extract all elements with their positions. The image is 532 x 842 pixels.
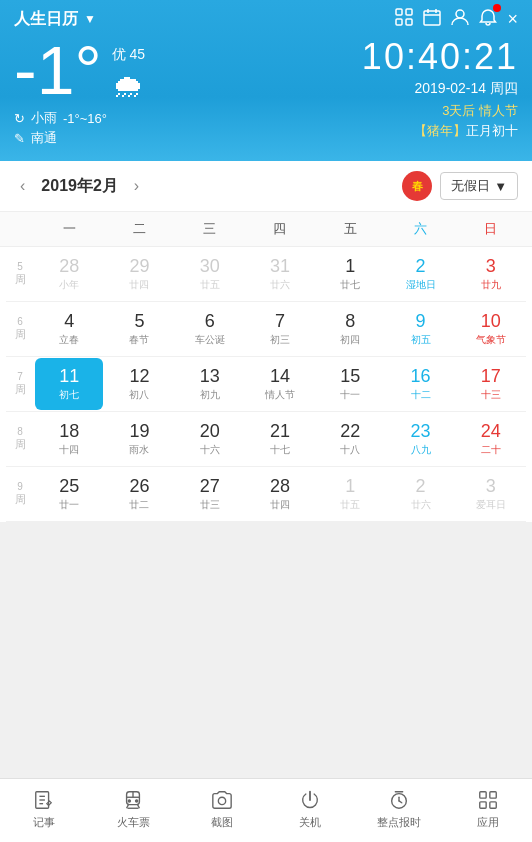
svg-rect-24	[479, 792, 485, 798]
cal-nav-right: 春 无假日 ▼	[402, 171, 518, 201]
cal-day[interactable]: 24二十	[457, 413, 525, 465]
svg-rect-1	[406, 9, 412, 15]
cal-day[interactable]: 20十六	[176, 413, 244, 465]
cal-day[interactable]: 3爱耳日	[457, 468, 525, 520]
camera-icon	[211, 789, 233, 811]
holiday-dropdown-icon: ▼	[494, 179, 507, 194]
weekday-thu: 四	[245, 216, 315, 242]
cal-day[interactable]: 18十四	[35, 413, 103, 465]
cal-day-today[interactable]: 11初七	[35, 358, 103, 410]
toolbar-item-screenshot[interactable]: 截图	[177, 789, 266, 830]
weekday-sat: 六	[385, 216, 455, 242]
notification-icon[interactable]	[479, 8, 497, 30]
app-title: 人生日历	[14, 9, 78, 30]
cal-day[interactable]: 7初三	[246, 303, 314, 355]
clock-icon	[388, 789, 410, 811]
cal-day[interactable]: 14情人节	[246, 358, 314, 410]
festival-seal-icon: 春	[402, 171, 432, 201]
top-bar: 人生日历 ▼	[14, 8, 518, 30]
grid-icon[interactable]	[395, 8, 413, 30]
weekday-tue: 二	[104, 216, 174, 242]
cal-day[interactable]: 4立春	[35, 303, 103, 355]
cal-day[interactable]: 12初八	[105, 358, 173, 410]
prev-month-button[interactable]: ‹	[14, 175, 31, 197]
svg-rect-4	[424, 11, 440, 25]
cal-day[interactable]: 19雨水	[105, 413, 173, 465]
cal-day[interactable]: 2廿六	[386, 468, 454, 520]
cal-day[interactable]: 23八九	[386, 413, 454, 465]
toolbar-item-apps[interactable]: 应用	[443, 789, 532, 830]
cal-day[interactable]: 2湿地日	[386, 248, 454, 300]
weather-info-row: ↻ 小雨 -1°~16°	[14, 109, 145, 127]
calendar-icon[interactable]	[423, 8, 441, 30]
toolbar-item-shutdown[interactable]: 关机	[266, 789, 355, 830]
week-num-5: 5 周	[6, 247, 34, 301]
cal-day[interactable]: 28廿四	[246, 468, 314, 520]
cal-day[interactable]: 5春节	[105, 303, 173, 355]
next-month-button[interactable]: ›	[128, 175, 145, 197]
location-name: 南通	[31, 129, 57, 147]
lunar-year-bracket: 【猪年】	[414, 123, 466, 138]
time-area: 10:40:21 2019-02-14 周四 3天后 情人节 【猪年】正月初十	[362, 36, 518, 140]
week-num-8: 8 周	[6, 412, 34, 466]
date-display: 2019-02-14 周四	[362, 80, 518, 98]
weekday-fri: 五	[315, 216, 385, 242]
location-icon: ✎	[14, 131, 25, 146]
week-row-9: 9 周 25廿一 26廿二 27廿三 28廿四 1廿五 2廿六 3爱耳日	[6, 467, 526, 522]
svg-point-19	[218, 797, 225, 804]
weekday-wed: 三	[175, 216, 245, 242]
cal-day[interactable]: 6车公诞	[176, 303, 244, 355]
cal-day[interactable]: 27廿三	[176, 468, 244, 520]
dropdown-arrow-icon[interactable]: ▼	[84, 12, 96, 26]
month-year-label: 2019年2月	[41, 176, 118, 197]
week-num-6: 6 周	[6, 302, 34, 356]
close-icon[interactable]: ×	[507, 9, 518, 30]
cal-day[interactable]: 21十七	[246, 413, 314, 465]
chime-label: 整点报时	[377, 815, 421, 830]
cal-day[interactable]: 1廿五	[316, 468, 384, 520]
toolbar-item-train[interactable]: 火车票	[89, 789, 178, 830]
weekday-header: 一 二 三 四 五 六 日	[0, 212, 532, 247]
lunar-date: 正月初十	[466, 123, 518, 138]
cal-day[interactable]: 31廿六	[246, 248, 314, 300]
cloud-rain-icon: 🌧	[112, 68, 144, 104]
screenshot-label: 截图	[211, 815, 233, 830]
cal-day[interactable]: 9初五	[386, 303, 454, 355]
cal-day[interactable]: 1廿七	[316, 248, 384, 300]
location-row: ✎ 南通	[14, 129, 145, 147]
svg-point-16	[128, 800, 130, 802]
cal-day[interactable]: 26廿二	[105, 468, 173, 520]
cal-day[interactable]: 16十二	[386, 358, 454, 410]
cal-day[interactable]: 29廿四	[105, 248, 173, 300]
cal-day[interactable]: 25廿一	[35, 468, 103, 520]
calendar-nav: ‹ 2019年2月 › 春 无假日 ▼	[0, 161, 532, 212]
cal-day[interactable]: 15十一	[316, 358, 384, 410]
air-quality: 优 45	[112, 46, 145, 64]
cal-day[interactable]: 3廿九	[457, 248, 525, 300]
cal-day[interactable]: 10气象节	[457, 303, 525, 355]
weather-main: -1° 优 45 🌧 ↻ 小雨 -1°~16° ✎ 南通 10:40:2	[14, 36, 518, 147]
refresh-icon[interactable]: ↻	[14, 111, 25, 126]
weekday-sun: 日	[456, 216, 526, 242]
cal-day[interactable]: 28小年	[35, 248, 103, 300]
temp-row: -1° 优 45 🌧	[14, 36, 145, 105]
holiday-button[interactable]: 无假日 ▼	[440, 172, 518, 200]
user-icon[interactable]	[451, 8, 469, 30]
shutdown-label: 关机	[299, 815, 321, 830]
notes-label: 记事	[33, 815, 55, 830]
weather-icon-area: 🌧	[112, 68, 145, 105]
cal-day[interactable]: 30廿五	[176, 248, 244, 300]
week-row-5: 5 周 28小年 29廿四 30廿五 31廿六 1廿七 2湿地日 3廿九	[6, 247, 526, 302]
cal-day[interactable]: 13初九	[176, 358, 244, 410]
calendar-area: ‹ 2019年2月 › 春 无假日 ▼ 一 二 三 四 五 六 日 5 周	[0, 161, 532, 522]
toolbar-item-notes[interactable]: 记事	[0, 789, 89, 830]
calendar-grid: 5 周 28小年 29廿四 30廿五 31廿六 1廿七 2湿地日 3廿九 6 周…	[0, 247, 532, 522]
cal-day[interactable]: 17十三	[457, 358, 525, 410]
cal-day[interactable]: 22十八	[316, 413, 384, 465]
cal-day[interactable]: 8初四	[316, 303, 384, 355]
toolbar-item-chime[interactable]: 整点报时	[355, 789, 444, 830]
event-countdown: 3天后 情人节	[362, 102, 518, 120]
power-icon	[299, 789, 321, 811]
svg-line-22	[399, 801, 402, 803]
week-row-6: 6 周 4立春 5春节 6车公诞 7初三 8初四 9初五 10气象节	[6, 302, 526, 357]
